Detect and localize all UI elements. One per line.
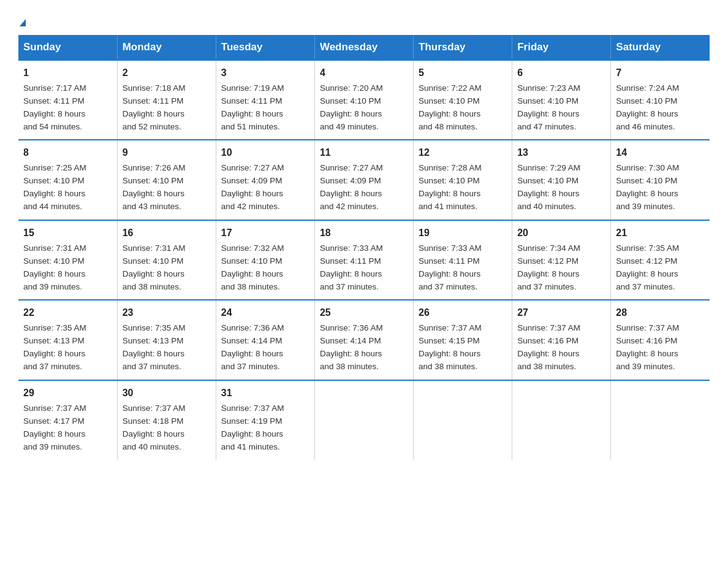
week-row-1: 1Sunrise: 7:17 AMSunset: 4:11 PMDaylight… [18, 60, 710, 140]
day-info: Sunrise: 7:29 AMSunset: 4:10 PMDaylight:… [517, 163, 580, 211]
week-row-5: 29Sunrise: 7:37 AMSunset: 4:17 PMDayligh… [18, 380, 710, 459]
header-wednesday: Wednesday [314, 35, 413, 60]
day-cell: 21Sunrise: 7:35 AMSunset: 4:12 PMDayligh… [611, 220, 710, 300]
day-cell: 18Sunrise: 7:33 AMSunset: 4:11 PMDayligh… [314, 220, 413, 300]
day-cell: 8Sunrise: 7:25 AMSunset: 4:10 PMDaylight… [18, 140, 117, 220]
day-cell: 25Sunrise: 7:36 AMSunset: 4:14 PMDayligh… [314, 300, 413, 380]
logo-text [18, 15, 26, 29]
header-tuesday: Tuesday [216, 35, 314, 60]
day-info: Sunrise: 7:36 AMSunset: 4:14 PMDaylight:… [320, 323, 383, 371]
day-info: Sunrise: 7:27 AMSunset: 4:09 PMDaylight:… [221, 163, 284, 211]
day-cell: 12Sunrise: 7:28 AMSunset: 4:10 PMDayligh… [414, 140, 512, 220]
day-cell: 19Sunrise: 7:33 AMSunset: 4:11 PMDayligh… [414, 220, 512, 300]
day-info: Sunrise: 7:37 AMSunset: 4:16 PMDaylight:… [616, 323, 679, 371]
day-cell [611, 380, 710, 459]
day-info: Sunrise: 7:22 AMSunset: 4:10 PMDaylight:… [419, 83, 482, 131]
day-cell: 26Sunrise: 7:37 AMSunset: 4:15 PMDayligh… [414, 300, 512, 380]
header-row: SundayMondayTuesdayWednesdayThursdayFrid… [18, 35, 710, 60]
day-info: Sunrise: 7:20 AMSunset: 4:10 PMDaylight:… [320, 83, 383, 131]
day-number: 4 [320, 66, 408, 81]
header-sunday: Sunday [18, 35, 117, 60]
calendar-table: SundayMondayTuesdayWednesdayThursdayFrid… [18, 35, 710, 459]
header-friday: Friday [512, 35, 611, 60]
day-cell: 29Sunrise: 7:37 AMSunset: 4:17 PMDayligh… [18, 380, 117, 459]
day-number: 25 [320, 305, 408, 321]
day-cell: 7Sunrise: 7:24 AMSunset: 4:10 PMDaylight… [611, 60, 710, 140]
day-number: 7 [616, 66, 705, 81]
day-info: Sunrise: 7:34 AMSunset: 4:12 PMDaylight:… [517, 243, 580, 291]
day-cell: 22Sunrise: 7:35 AMSunset: 4:13 PMDayligh… [18, 300, 117, 380]
week-row-3: 15Sunrise: 7:31 AMSunset: 4:10 PMDayligh… [18, 220, 710, 300]
day-cell: 20Sunrise: 7:34 AMSunset: 4:12 PMDayligh… [512, 220, 611, 300]
day-cell: 5Sunrise: 7:22 AMSunset: 4:10 PMDaylight… [414, 60, 512, 140]
day-number: 23 [123, 305, 211, 321]
day-info: Sunrise: 7:17 AMSunset: 4:11 PMDaylight:… [23, 83, 86, 131]
day-info: Sunrise: 7:35 AMSunset: 4:12 PMDaylight:… [616, 243, 679, 291]
day-number: 10 [221, 145, 309, 161]
day-number: 24 [221, 305, 309, 321]
day-number: 15 [23, 226, 112, 241]
day-cell: 17Sunrise: 7:32 AMSunset: 4:10 PMDayligh… [216, 220, 314, 300]
calendar-header: SundayMondayTuesdayWednesdayThursdayFrid… [18, 35, 710, 60]
day-number: 28 [616, 305, 705, 321]
day-info: Sunrise: 7:31 AMSunset: 4:10 PMDaylight:… [123, 243, 186, 291]
day-info: Sunrise: 7:35 AMSunset: 4:13 PMDaylight:… [23, 323, 86, 371]
header-thursday: Thursday [414, 35, 512, 60]
day-number: 12 [419, 145, 507, 161]
day-number: 3 [221, 66, 309, 81]
day-cell: 3Sunrise: 7:19 AMSunset: 4:11 PMDaylight… [216, 60, 314, 140]
day-info: Sunrise: 7:37 AMSunset: 4:18 PMDaylight:… [123, 404, 186, 451]
day-info: Sunrise: 7:33 AMSunset: 4:11 PMDaylight:… [419, 243, 482, 291]
day-number: 18 [320, 226, 408, 241]
day-number: 19 [419, 226, 507, 241]
day-cell: 6Sunrise: 7:23 AMSunset: 4:10 PMDaylight… [512, 60, 611, 140]
header-saturday: Saturday [611, 35, 710, 60]
day-info: Sunrise: 7:35 AMSunset: 4:13 PMDaylight:… [123, 323, 186, 371]
day-cell: 9Sunrise: 7:26 AMSunset: 4:10 PMDaylight… [117, 140, 216, 220]
day-cell: 15Sunrise: 7:31 AMSunset: 4:10 PMDayligh… [18, 220, 117, 300]
day-info: Sunrise: 7:31 AMSunset: 4:10 PMDaylight:… [23, 243, 86, 291]
day-info: Sunrise: 7:27 AMSunset: 4:09 PMDaylight:… [320, 163, 383, 211]
day-info: Sunrise: 7:37 AMSunset: 4:19 PMDaylight:… [221, 404, 284, 451]
day-info: Sunrise: 7:19 AMSunset: 4:11 PMDaylight:… [221, 83, 284, 131]
day-number: 5 [419, 66, 507, 81]
day-info: Sunrise: 7:25 AMSunset: 4:10 PMDaylight:… [23, 163, 86, 211]
day-number: 20 [517, 226, 605, 241]
calendar-body: 1Sunrise: 7:17 AMSunset: 4:11 PMDaylight… [18, 60, 710, 459]
day-number: 14 [616, 145, 705, 161]
day-info: Sunrise: 7:18 AMSunset: 4:11 PMDaylight:… [123, 83, 186, 131]
day-number: 27 [517, 305, 605, 321]
day-cell [414, 380, 512, 459]
day-cell: 24Sunrise: 7:36 AMSunset: 4:14 PMDayligh… [216, 300, 314, 380]
day-number: 30 [123, 386, 211, 401]
day-cell: 13Sunrise: 7:29 AMSunset: 4:10 PMDayligh… [512, 140, 611, 220]
day-info: Sunrise: 7:36 AMSunset: 4:14 PMDaylight:… [221, 323, 284, 371]
day-number: 31 [221, 386, 309, 401]
day-number: 2 [123, 66, 211, 81]
day-cell: 10Sunrise: 7:27 AMSunset: 4:09 PMDayligh… [216, 140, 314, 220]
day-info: Sunrise: 7:23 AMSunset: 4:10 PMDaylight:… [517, 83, 580, 131]
day-cell: 16Sunrise: 7:31 AMSunset: 4:10 PMDayligh… [117, 220, 216, 300]
logo [18, 12, 26, 29]
day-number: 6 [517, 66, 605, 81]
day-info: Sunrise: 7:26 AMSunset: 4:10 PMDaylight:… [123, 163, 186, 211]
day-cell: 27Sunrise: 7:37 AMSunset: 4:16 PMDayligh… [512, 300, 611, 380]
day-cell: 2Sunrise: 7:18 AMSunset: 4:11 PMDaylight… [117, 60, 216, 140]
day-info: Sunrise: 7:24 AMSunset: 4:10 PMDaylight:… [616, 83, 679, 131]
day-cell: 23Sunrise: 7:35 AMSunset: 4:13 PMDayligh… [117, 300, 216, 380]
header-monday: Monday [117, 35, 216, 60]
day-cell: 28Sunrise: 7:37 AMSunset: 4:16 PMDayligh… [611, 300, 710, 380]
day-info: Sunrise: 7:37 AMSunset: 4:17 PMDaylight:… [23, 404, 86, 451]
day-info: Sunrise: 7:37 AMSunset: 4:15 PMDaylight:… [419, 323, 482, 371]
day-number: 16 [123, 226, 211, 241]
day-number: 21 [616, 226, 705, 241]
day-number: 17 [221, 226, 309, 241]
day-number: 26 [419, 305, 507, 321]
day-cell: 14Sunrise: 7:30 AMSunset: 4:10 PMDayligh… [611, 140, 710, 220]
day-info: Sunrise: 7:30 AMSunset: 4:10 PMDaylight:… [616, 163, 679, 211]
page-header [18, 12, 710, 29]
day-info: Sunrise: 7:28 AMSunset: 4:10 PMDaylight:… [419, 163, 482, 211]
day-number: 1 [23, 66, 112, 81]
day-cell: 4Sunrise: 7:20 AMSunset: 4:10 PMDaylight… [314, 60, 413, 140]
week-row-2: 8Sunrise: 7:25 AMSunset: 4:10 PMDaylight… [18, 140, 710, 220]
